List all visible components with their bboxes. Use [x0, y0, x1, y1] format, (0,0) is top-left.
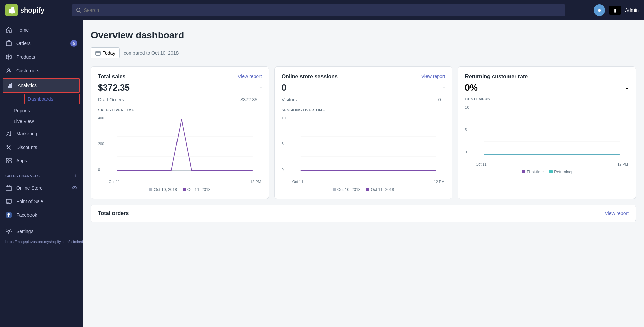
- total-orders-title: Total orders: [98, 210, 129, 216]
- returning-chart-legend: First-time Returning: [465, 170, 629, 174]
- calendar-icon: [95, 50, 101, 56]
- returning-customer-header: Returning customer rate: [465, 74, 629, 80]
- sidebar-item-products-label: Products: [16, 54, 77, 60]
- sidebar-item-apps[interactable]: Apps: [0, 154, 83, 168]
- svg-point-15: [74, 187, 75, 188]
- returning-customer-value: 0% -: [465, 82, 629, 93]
- analytics-highlight-box: Analytics: [3, 78, 80, 93]
- svg-rect-5: [9, 84, 11, 88]
- sidebar-item-orders[interactable]: Orders 5: [0, 37, 83, 50]
- sessions-chart-x-axis: Oct 11 12 PM: [292, 180, 445, 184]
- sales-chart-title: SALES OVER TIME: [98, 108, 262, 112]
- total-sales-value: $372.35 -: [98, 82, 262, 93]
- sidebar-item-home[interactable]: Home: [0, 23, 83, 37]
- total-orders-card: Total orders View report: [91, 205, 636, 222]
- page-title: Overview dashboard: [91, 30, 636, 41]
- compared-to-text: compared to Oct 10, 2018: [124, 50, 179, 56]
- online-store-icon: [5, 185, 12, 191]
- svg-rect-6: [11, 83, 12, 88]
- sidebar-item-settings[interactable]: Settings: [0, 225, 83, 238]
- sales-channels-title: SALES CHANNELS +: [0, 168, 83, 181]
- total-sales-title: Total sales: [98, 74, 126, 80]
- sessions-chart-legend: Oct 10, 2018 Oct 11, 2018: [282, 187, 445, 192]
- sidebar-item-reports[interactable]: Reports: [11, 105, 83, 116]
- sidebar-item-online-store[interactable]: Online Store: [0, 181, 83, 195]
- main-content: Overview dashboard Today compared to Oct…: [83, 20, 644, 327]
- marketing-icon: [5, 130, 12, 137]
- logo-text: shopify: [20, 6, 44, 14]
- facebook-icon: [5, 212, 12, 218]
- sidebar-item-dashboards[interactable]: Dashboards: [25, 94, 79, 104]
- sidebar-item-analytics[interactable]: Analytics: [3, 79, 79, 92]
- sidebar-item-facebook-label: Facebook: [16, 212, 77, 218]
- customers-label: CUSTOMERS: [465, 97, 629, 101]
- svg-rect-9: [6, 158, 8, 160]
- today-button[interactable]: Today: [91, 47, 120, 58]
- discounts-icon: [5, 144, 12, 151]
- sidebar-item-online-store-label: Online Store: [16, 185, 68, 191]
- apps-icon: [5, 157, 12, 164]
- svg-rect-13: [6, 187, 12, 190]
- svg-rect-4: [8, 86, 9, 88]
- user-avatar-icon: ●: [598, 7, 601, 14]
- total-sales-sub-row: Draft Orders $372.35 -: [98, 97, 262, 102]
- products-icon: [5, 54, 12, 60]
- sales-chart: [108, 116, 262, 177]
- sidebar-item-customers-label: Customers: [16, 68, 77, 73]
- sidebar-url: https://maqeplazastore.myshopify.com/adm…: [0, 238, 83, 245]
- sidebar-item-analytics-label: Analytics: [18, 83, 76, 88]
- date-bar: Today compared to Oct 10, 2018: [91, 47, 636, 58]
- sessions-chart-title: SESSIONS OVER TIME: [282, 108, 445, 112]
- sidebar-item-marketing-label: Marketing: [16, 131, 77, 136]
- svg-point-8: [9, 148, 11, 149]
- sales-chart-x-axis: Oct 11 12 PM: [108, 180, 262, 184]
- total-sales-card: Total sales View report $372.35 - Draft …: [91, 66, 269, 199]
- sidebar-item-customers[interactable]: Customers: [0, 64, 83, 77]
- sidebar-item-pos[interactable]: Point of Sale: [0, 195, 83, 208]
- svg-point-3: [8, 69, 10, 71]
- svg-rect-19: [96, 51, 100, 55]
- today-label: Today: [103, 50, 115, 56]
- avatar[interactable]: ●: [594, 4, 605, 16]
- returning-customer-card: Returning customer rate 0% - CUSTOMERS 1…: [458, 66, 636, 199]
- search-icon: [76, 7, 81, 13]
- sessions-view-report[interactable]: View report: [421, 74, 445, 79]
- search-bar[interactable]: [72, 4, 565, 16]
- top-navigation: shopify ● ▮ Admin: [0, 0, 644, 20]
- search-input[interactable]: [84, 7, 561, 13]
- total-orders-view-report[interactable]: View report: [605, 211, 629, 216]
- add-sales-channel-icon[interactable]: +: [74, 173, 77, 179]
- customers-icon: [5, 67, 12, 74]
- svg-rect-12: [9, 161, 11, 163]
- total-sales-view-report[interactable]: View report: [238, 74, 262, 79]
- sidebar-item-pos-label: Point of Sale: [16, 199, 77, 204]
- sidebar-item-discounts[interactable]: Discounts: [0, 140, 83, 154]
- store-label[interactable]: ▮: [609, 6, 621, 15]
- top-right-area: ● ▮ Admin: [571, 4, 639, 16]
- sidebar-item-facebook[interactable]: Facebook: [0, 208, 83, 222]
- svg-point-18: [8, 230, 10, 232]
- sidebar: Home Orders 5 Products Customers: [0, 20, 83, 327]
- sidebar-item-marketing[interactable]: Marketing: [0, 127, 83, 140]
- pos-icon: [5, 198, 12, 205]
- orders-icon: [5, 40, 12, 47]
- dashboards-highlight-box: Dashboards: [24, 94, 80, 104]
- online-sessions-sub-row: Visitors 0 -: [282, 97, 445, 102]
- svg-rect-11: [6, 161, 8, 163]
- returning-chart-x-axis: Oct 11 12 PM: [475, 162, 629, 166]
- online-sessions-header: Online store sessions View report: [282, 74, 445, 80]
- total-sales-header: Total sales View report: [98, 74, 262, 80]
- svg-rect-2: [6, 42, 11, 46]
- sidebar-item-orders-label: Orders: [16, 41, 66, 46]
- sessions-chart: [292, 116, 445, 177]
- sales-chart-legend: Oct 10, 2018 Oct 11, 2018: [98, 187, 262, 192]
- eye-icon[interactable]: [72, 185, 77, 191]
- analytics-submenu: Dashboards Reports Live View: [11, 94, 83, 127]
- svg-point-7: [7, 145, 8, 147]
- sidebar-item-products[interactable]: Products: [0, 50, 83, 64]
- returning-chart: [475, 105, 629, 159]
- shopify-logo-icon: [5, 4, 18, 16]
- sidebar-item-live-view[interactable]: Live View: [11, 116, 83, 127]
- online-sessions-card: Online store sessions View report 0 - Vi…: [274, 66, 453, 199]
- sidebar-item-apps-label: Apps: [16, 158, 77, 164]
